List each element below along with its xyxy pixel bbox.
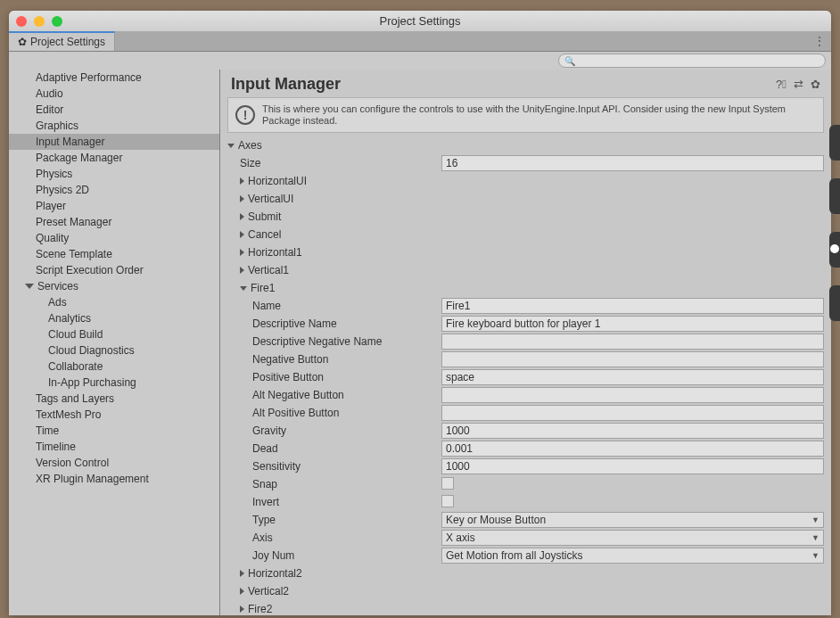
field-label: Positive Button	[252, 371, 324, 383]
field-label: Axis	[252, 531, 273, 544]
field-label: Descriptive Name	[252, 317, 337, 330]
field-input[interactable]	[441, 298, 824, 314]
tab-project-settings[interactable]: ✿ Project Settings	[9, 31, 115, 51]
dropdown[interactable]: X axis▼	[441, 530, 824, 546]
notice-text: This is where you can configure the cont…	[262, 103, 816, 127]
field-input[interactable]	[441, 458, 824, 474]
sidebar-item[interactable]: Analytics	[9, 310, 219, 326]
chevron-right-icon[interactable]	[240, 570, 244, 577]
field-label: Descriptive Negative Name	[252, 335, 382, 348]
project-settings-window: Project Settings ✿ Project Settings ⋮ 🔍 …	[9, 11, 831, 615]
size-input[interactable]	[441, 155, 824, 171]
chevron-right-icon[interactable]	[240, 195, 244, 202]
axis-item[interactable]: VerticalUI	[248, 193, 293, 205]
help-icon[interactable]: ?⃝	[776, 78, 786, 91]
sidebar-item[interactable]: Collaborate	[9, 358, 219, 375]
chevron-down-icon: ▼	[811, 551, 819, 560]
tab-menu-icon[interactable]: ⋮	[813, 34, 826, 48]
field-input[interactable]	[441, 423, 824, 439]
dropdown[interactable]: Get Motion from all Joysticks▼	[441, 548, 824, 564]
titlebar: Project Settings	[9, 11, 831, 32]
settings-icon[interactable]: ✿	[811, 78, 820, 91]
sidebar-item[interactable]: Adaptive Performance	[9, 70, 219, 86]
field-input[interactable]	[441, 387, 824, 403]
chevron-right-icon[interactable]	[240, 249, 244, 256]
axis-item[interactable]: Horizontal2	[248, 567, 302, 580]
sidebar-item[interactable]: Input Manager	[9, 134, 219, 150]
chevron-right-icon[interactable]	[240, 267, 244, 274]
sidebar-item[interactable]: Version Control	[9, 455, 219, 471]
field-label: Snap	[252, 478, 277, 490]
field-label: Alt Positive Button	[252, 407, 339, 419]
chevron-right-icon[interactable]	[240, 213, 244, 220]
sidebar-foldout-services[interactable]: Services	[9, 278, 219, 294]
chevron-down-icon[interactable]	[240, 286, 247, 291]
chevron-right-icon[interactable]	[240, 588, 244, 595]
field-label: Joy Num	[252, 549, 294, 562]
chevron-right-icon[interactable]	[240, 177, 244, 185]
checkbox[interactable]	[441, 495, 454, 507]
axis-item[interactable]: Fire2	[248, 603, 272, 615]
chevron-right-icon[interactable]	[240, 231, 244, 238]
sidebar-item[interactable]: Cloud Diagnostics	[9, 342, 219, 358]
sidebar-item[interactable]: Timeline	[9, 439, 219, 455]
axes-label[interactable]: Axes	[238, 139, 262, 152]
axis-item-expanded[interactable]: Fire1	[251, 282, 275, 294]
field-input[interactable]	[441, 351, 824, 367]
notice-box: ! This is where you can configure the co…	[227, 97, 824, 133]
window-title: Project Settings	[9, 14, 831, 28]
size-label: Size	[240, 157, 260, 169]
panel-title: Input Manager	[231, 75, 341, 94]
field-input[interactable]	[441, 405, 824, 421]
field-label: Dead	[252, 442, 278, 455]
info-icon: !	[235, 105, 255, 125]
field-label: Gravity	[252, 424, 286, 437]
tabbar: ✿ Project Settings ⋮	[9, 32, 831, 52]
sidebar-item[interactable]: Cloud Build	[9, 326, 219, 342]
search-icon: 🔍	[564, 56, 575, 66]
sidebar-item[interactable]: Script Execution Order	[9, 262, 219, 278]
sidebar-item[interactable]: Graphics	[9, 118, 219, 134]
axis-item[interactable]: Vertical1	[248, 264, 289, 276]
field-input[interactable]	[441, 334, 824, 350]
main-panel: Input Manager ?⃝ ⇄ ✿ ! This is where you…	[220, 70, 831, 615]
field-label: Type	[252, 514, 276, 526]
sidebar-item[interactable]: XR Plugin Management	[9, 471, 219, 487]
axis-item[interactable]: Cancel	[248, 228, 281, 241]
sidebar-item[interactable]: Editor	[9, 102, 219, 118]
axis-item[interactable]: HorizontalUI	[248, 175, 307, 187]
searchbar: 🔍	[9, 52, 831, 70]
field-input[interactable]	[441, 441, 824, 457]
field-label: Negative Button	[252, 353, 328, 366]
field-input[interactable]	[441, 316, 824, 332]
sidebar-item[interactable]: Audio	[9, 86, 219, 102]
sidebar-item[interactable]: Time	[9, 423, 219, 439]
chevron-down-icon[interactable]	[227, 144, 235, 148]
sidebar-item[interactable]: Tags and Layers	[9, 391, 219, 407]
search-input[interactable]: 🔍	[558, 54, 826, 68]
chevron-right-icon[interactable]	[240, 606, 244, 613]
sidebar-item[interactable]: Player	[9, 198, 219, 214]
sidebar-item[interactable]: Preset Manager	[9, 214, 219, 230]
chevron-down-icon	[25, 284, 34, 289]
sidebar-item[interactable]: Scene Template	[9, 246, 219, 262]
dropdown[interactable]: Key or Mouse Button▼	[441, 512, 824, 528]
sidebar-item[interactable]: Physics	[9, 166, 219, 182]
sidebar-item[interactable]: In-App Purchasing	[9, 375, 219, 391]
sidebar-item[interactable]: Ads	[9, 294, 219, 310]
axis-item[interactable]: Horizontal1	[248, 246, 302, 259]
axis-item[interactable]: Submit	[248, 210, 281, 223]
axis-item[interactable]: Vertical2	[248, 585, 289, 597]
preset-icon[interactable]: ⇄	[794, 78, 803, 91]
sidebar-item[interactable]: Physics 2D	[9, 182, 219, 198]
checkbox[interactable]	[441, 477, 454, 490]
sidebar-item[interactable]: Quality	[9, 230, 219, 246]
field-label: Alt Negative Button	[252, 389, 344, 401]
field-input[interactable]	[441, 369, 824, 385]
sidebar-item[interactable]: TextMesh Pro	[9, 407, 219, 423]
inspector-content[interactable]: AxesSizeHorizontalUIVerticalUISubmitCanc…	[220, 136, 831, 615]
tab-label: Project Settings	[30, 36, 105, 48]
sidebar-item[interactable]: Package Manager	[9, 150, 219, 166]
field-label: Invert	[252, 496, 279, 508]
settings-sidebar[interactable]: Adaptive PerformanceAudioEditorGraphicsI…	[9, 70, 220, 615]
